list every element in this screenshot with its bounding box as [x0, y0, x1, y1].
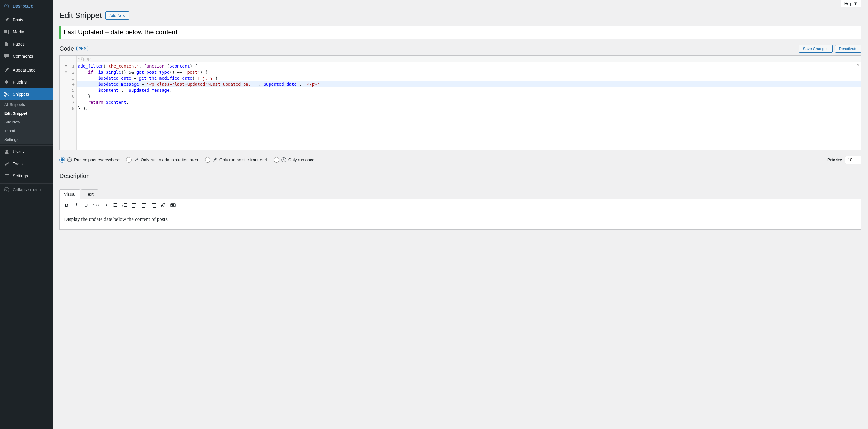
svg-rect-7: [114, 203, 117, 204]
priority-input[interactable]: [845, 156, 861, 164]
scope-admin[interactable]: Only run in administration area: [126, 157, 198, 163]
bold-button[interactable]: B: [62, 201, 71, 209]
svg-rect-11: [114, 206, 117, 207]
menu-label: Pages: [13, 42, 25, 46]
svg-rect-20: [132, 206, 136, 206]
pin-icon: [4, 17, 10, 23]
quote-button[interactable]: [101, 201, 110, 209]
scope-once[interactable]: Only run once: [274, 157, 314, 163]
php-badge: PHP: [76, 46, 88, 51]
admin-sidebar: Dashboard Posts Media Pages Comments App…: [0, 0, 53, 429]
menu-posts[interactable]: Posts: [0, 14, 53, 26]
menu-label: Appearance: [13, 68, 36, 72]
menu-label: Plugins: [13, 80, 27, 85]
clock-icon: [281, 157, 286, 163]
wrench-icon: [133, 157, 139, 163]
sliders-icon: [4, 173, 10, 179]
submenu-edit-snippet[interactable]: Edit Snippet: [0, 109, 53, 118]
ordered-list-button[interactable]: 123: [120, 201, 129, 209]
svg-rect-31: [171, 204, 172, 205]
menu-plugins[interactable]: Plugins: [0, 76, 53, 88]
svg-rect-13: [124, 203, 127, 204]
strikethrough-button[interactable]: ABC: [91, 201, 100, 209]
svg-point-6: [113, 203, 114, 204]
svg-rect-23: [143, 204, 146, 205]
menu-collapse[interactable]: Collapse menu: [0, 184, 53, 196]
add-new-button[interactable]: Add New: [105, 11, 129, 20]
menu-label: Settings: [13, 173, 28, 178]
svg-rect-18: [132, 203, 136, 204]
pin-icon: [212, 157, 218, 163]
menu-snippets[interactable]: Snippets: [0, 88, 53, 100]
menu-tools[interactable]: Tools: [0, 158, 53, 170]
menu-dashboard[interactable]: Dashboard: [0, 0, 53, 12]
align-right-button[interactable]: [149, 201, 158, 209]
svg-rect-15: [124, 205, 127, 205]
menu-label: Collapse menu: [13, 187, 41, 192]
media-icon: [4, 29, 10, 35]
main-content: Help ▼ Edit Snippet Add New Code PHP Sav…: [53, 0, 868, 429]
link-button[interactable]: [159, 201, 168, 209]
svg-point-10: [113, 206, 114, 207]
svg-rect-27: [153, 204, 156, 205]
svg-point-3: [4, 187, 9, 192]
globe-icon: [67, 157, 72, 163]
page-icon: [4, 41, 10, 47]
menu-label: Snippets: [13, 92, 29, 97]
submenu-import[interactable]: Import: [0, 126, 53, 135]
dashboard-icon: [4, 3, 10, 9]
svg-rect-17: [124, 206, 127, 207]
submenu-all-snippets[interactable]: All Snippets: [0, 100, 53, 109]
submenu-settings[interactable]: Settings: [0, 135, 53, 144]
italic-button[interactable]: I: [72, 201, 81, 209]
menu-label: Users: [13, 149, 24, 154]
scope-everywhere[interactable]: Run snippet everywhere: [59, 157, 120, 163]
underline-button[interactable]: U: [82, 201, 91, 209]
submenu-add-new[interactable]: Add New: [0, 118, 53, 126]
menu-pages[interactable]: Pages: [0, 38, 53, 50]
bullet-list-button[interactable]: [111, 201, 120, 209]
gutter: ▼1 ▼2 3 4 5 6 7 8: [60, 62, 77, 150]
svg-point-2: [6, 150, 8, 152]
priority-label: Priority: [827, 158, 842, 162]
svg-rect-9: [114, 205, 117, 205]
php-opening-tag: <?php: [77, 56, 92, 62]
menu-label: Media: [13, 30, 24, 34]
svg-text:3: 3: [122, 206, 123, 207]
menu-comments[interactable]: Comments: [0, 50, 53, 62]
menu-appearance[interactable]: Appearance: [0, 64, 53, 76]
menu-settings[interactable]: Settings: [0, 170, 53, 182]
save-changes-button[interactable]: Save Changes: [799, 45, 832, 53]
tab-text[interactable]: Text: [81, 190, 98, 199]
scope-row: Run snippet everywhere Only run in admin…: [59, 150, 861, 166]
scope-frontend[interactable]: Only run on site front-end: [205, 157, 267, 163]
align-left-button[interactable]: [130, 201, 139, 209]
svg-rect-22: [142, 203, 146, 204]
user-icon: [4, 149, 10, 155]
editor-toolbar: B I U ABC 123: [59, 199, 861, 211]
wrench-icon: [4, 161, 10, 167]
tab-visual[interactable]: Visual: [59, 190, 80, 199]
svg-rect-29: [153, 207, 156, 207]
svg-point-8: [113, 204, 114, 205]
keyboard-button[interactable]: [168, 201, 178, 209]
chevron-left-icon: [4, 187, 10, 193]
deactivate-button[interactable]: Deactivate: [835, 45, 861, 53]
plugin-icon: [4, 79, 10, 85]
svg-rect-21: [132, 207, 135, 207]
menu-label: Dashboard: [13, 4, 33, 8]
menu-media[interactable]: Media: [0, 26, 53, 38]
svg-rect-34: [174, 204, 175, 205]
menu-users[interactable]: Users: [0, 146, 53, 158]
description-heading: Description: [59, 166, 861, 183]
snippet-title-input[interactable]: [59, 26, 861, 39]
code-editor[interactable]: ? <?php ▼1 ▼2 3 4 5 6 7 8 add_filter('th…: [59, 55, 861, 150]
svg-rect-30: [170, 204, 175, 207]
description-editor[interactable]: Display the update date below the conten…: [59, 211, 861, 230]
menu-label: Tools: [13, 161, 23, 166]
svg-rect-33: [173, 204, 174, 205]
help-button[interactable]: Help ▼: [840, 0, 861, 7]
code-text[interactable]: add_filter('the_content', function ($con…: [77, 62, 861, 150]
align-center-button[interactable]: [140, 201, 149, 209]
scissors-icon: [4, 91, 10, 97]
